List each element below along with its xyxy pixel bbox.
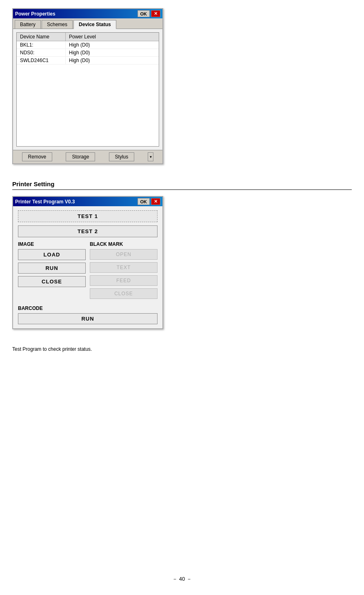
- tab-battery[interactable]: Battery: [15, 20, 41, 29]
- device-list-header: Device Name Power Level: [17, 33, 159, 41]
- run-button[interactable]: RUN: [18, 263, 86, 274]
- barcode-run-button[interactable]: RUN: [18, 313, 158, 324]
- device-row: BKL1: High (D0): [17, 41, 159, 49]
- remove-button[interactable]: Remove: [22, 152, 53, 161]
- test1-button[interactable]: TEST 1: [18, 210, 158, 222]
- printer-close-button[interactable]: ✕: [151, 198, 160, 205]
- power-title: Power Properties: [15, 11, 55, 17]
- device-rows: BKL1: High (D0) NDS0: High (D0) SWLD246C…: [17, 41, 159, 65]
- tab-device-status[interactable]: Device Status: [73, 20, 116, 29]
- device-level-1: High (D0): [66, 49, 93, 56]
- barcode-label: BARCODE: [18, 305, 158, 311]
- feed-button: FEED: [90, 275, 158, 286]
- printer-test-dialog: Printer Test Program V0.3 OK ✕ TEST 1 TE…: [12, 196, 163, 329]
- power-close-button[interactable]: ✕: [151, 10, 160, 17]
- close-image-button[interactable]: CLOSE: [18, 276, 86, 287]
- power-titlebar: Power Properties OK ✕: [13, 9, 162, 18]
- device-row: NDS0: High (D0): [17, 49, 159, 57]
- titlebar-buttons: OK ✕: [138, 10, 161, 17]
- scroll-arrow[interactable]: ▼: [148, 152, 153, 161]
- power-tabs: Battery Schemes Device Status: [13, 18, 162, 29]
- header-power-level: Power Level: [66, 33, 159, 41]
- blackmark-label: BLACK MARK: [90, 241, 158, 247]
- printer-body: TEST 1 TEST 2 IMAGE LOAD RUN CLOSE BLACK…: [13, 206, 162, 328]
- page-number: － 40 －: [0, 575, 364, 583]
- image-column: IMAGE LOAD RUN CLOSE: [18, 241, 86, 301]
- tab-schemes[interactable]: Schemes: [42, 20, 73, 29]
- power-ok-button[interactable]: OK: [138, 10, 150, 17]
- storage-button[interactable]: Storage: [66, 152, 95, 161]
- power-body: Device Name Power Level BKL1: High (D0) …: [13, 29, 162, 150]
- test2-button[interactable]: TEST 2: [18, 225, 158, 237]
- text-button: TEXT: [90, 262, 158, 273]
- printer-titlebar-buttons: OK ✕: [138, 198, 161, 205]
- device-name-2: SWLD246C1: [17, 57, 66, 64]
- stylus-button[interactable]: Stylus: [109, 152, 135, 161]
- device-name-1: NDS0:: [17, 49, 66, 56]
- close-bm-button: CLOSE: [90, 288, 158, 299]
- image-label: IMAGE: [18, 241, 86, 247]
- device-list: Device Name Power Level BKL1: High (D0) …: [16, 32, 159, 147]
- caption-text: Test Program to check printer status.: [12, 346, 352, 352]
- image-blackmark-section: IMAGE LOAD RUN CLOSE BLACK MARK OPEN TEX…: [18, 241, 158, 301]
- header-device-name: Device Name: [17, 33, 66, 41]
- printer-titlebar: Printer Test Program V0.3 OK ✕: [13, 197, 162, 206]
- device-level-2: High (D0): [66, 57, 93, 64]
- printer-title: Printer Test Program V0.3: [15, 199, 75, 205]
- device-row: SWLD246C1 High (D0): [17, 57, 159, 65]
- open-button: OPEN: [90, 249, 158, 260]
- load-button[interactable]: LOAD: [18, 249, 86, 260]
- power-properties-dialog: Power Properties OK ✕ Battery Schemes De…: [12, 8, 163, 164]
- power-footer: Remove Storage Stylus ▼: [13, 150, 162, 163]
- barcode-section: BARCODE RUN: [18, 305, 158, 324]
- device-level-0: High (D0): [66, 41, 93, 49]
- printer-setting-heading: Printer Setting: [12, 181, 352, 190]
- blackmark-column: BLACK MARK OPEN TEXT FEED CLOSE: [90, 241, 158, 301]
- device-name-0: BKL1:: [17, 41, 66, 49]
- printer-ok-button[interactable]: OK: [138, 198, 150, 205]
